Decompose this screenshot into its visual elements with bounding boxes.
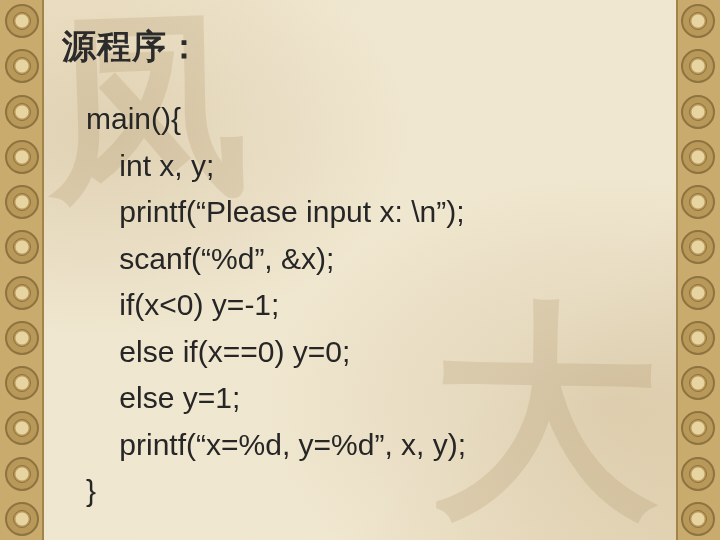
coin-motif-icon xyxy=(5,366,39,400)
coin-motif-icon xyxy=(5,185,39,219)
coin-motif-icon xyxy=(681,49,715,83)
coin-motif-icon xyxy=(5,411,39,445)
coin-motif-icon xyxy=(5,276,39,310)
coin-motif-icon xyxy=(681,502,715,536)
decorative-border-left xyxy=(0,0,44,540)
coin-motif-icon xyxy=(681,4,715,38)
code-block: main(){ int x, y; printf(“Please input x… xyxy=(62,96,658,515)
coin-motif-icon xyxy=(5,49,39,83)
coin-motif-icon xyxy=(681,95,715,129)
coin-motif-icon xyxy=(5,140,39,174)
coin-motif-icon xyxy=(681,457,715,491)
decorative-border-right xyxy=(676,0,720,540)
coin-motif-icon xyxy=(681,366,715,400)
coin-motif-icon xyxy=(5,502,39,536)
coin-motif-icon xyxy=(681,140,715,174)
coin-motif-icon xyxy=(681,276,715,310)
coin-motif-icon xyxy=(5,230,39,264)
coin-motif-icon xyxy=(681,411,715,445)
coin-motif-icon xyxy=(5,95,39,129)
coin-motif-icon xyxy=(5,457,39,491)
coin-motif-icon xyxy=(681,230,715,264)
slide: 凤 大 源程序： main(){ int x, y; printf(“Pleas… xyxy=(0,0,720,540)
coin-motif-icon xyxy=(681,321,715,355)
coin-motif-icon xyxy=(681,185,715,219)
coin-motif-icon xyxy=(5,4,39,38)
content-area: 源程序： main(){ int x, y; printf(“Please in… xyxy=(44,0,676,540)
coin-motif-icon xyxy=(5,321,39,355)
section-heading: 源程序： xyxy=(62,24,658,70)
